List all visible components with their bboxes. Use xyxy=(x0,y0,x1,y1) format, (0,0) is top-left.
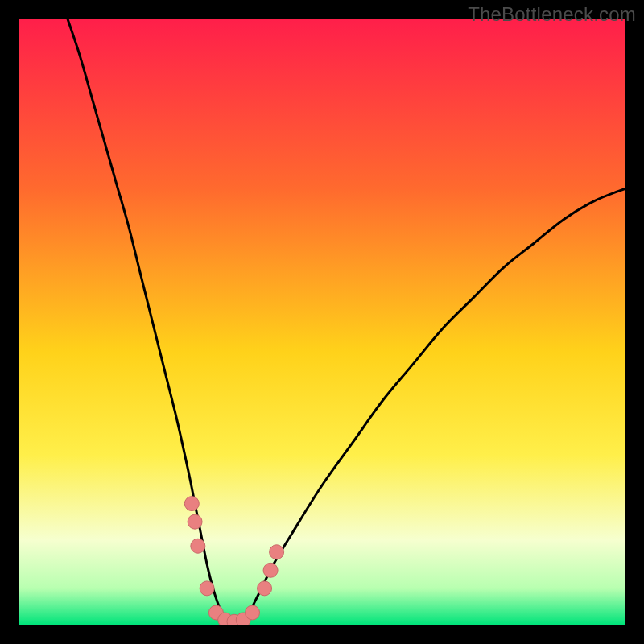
gradient-background xyxy=(19,19,625,625)
watermark-text: TheBottleneck.com xyxy=(468,3,636,26)
curve-marker xyxy=(184,497,199,511)
curve-marker xyxy=(258,581,272,596)
curve-marker xyxy=(191,539,205,553)
curve-marker xyxy=(270,545,284,559)
curve-marker xyxy=(200,581,214,596)
curve-marker xyxy=(246,605,260,620)
chart-frame: TheBottleneck.com xyxy=(0,0,644,644)
plot-area xyxy=(19,19,625,625)
bottleneck-chart-svg xyxy=(19,19,625,625)
curve-marker xyxy=(188,514,202,529)
curve-marker xyxy=(263,563,278,577)
